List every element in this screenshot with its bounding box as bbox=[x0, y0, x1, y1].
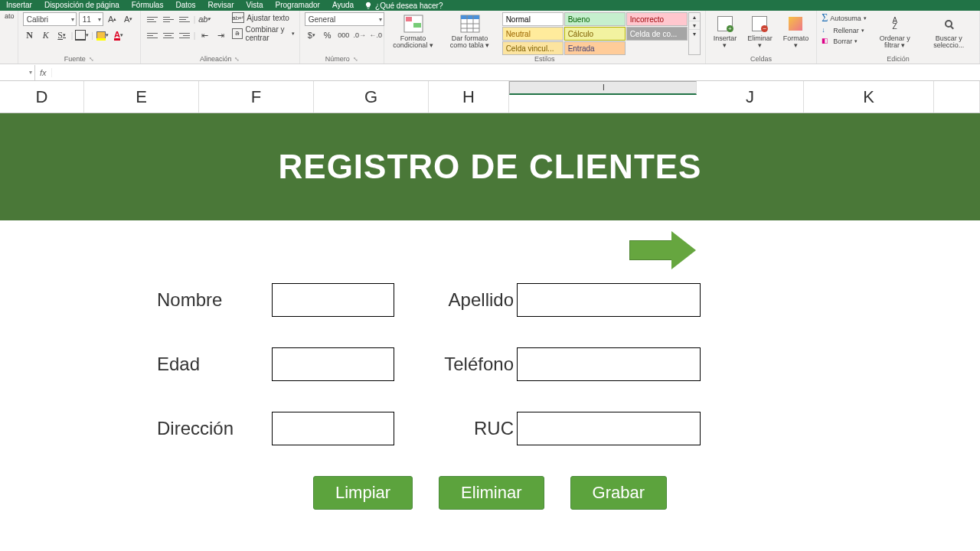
increase-font-icon[interactable]: A▴ bbox=[106, 12, 119, 26]
find-icon bbox=[938, 14, 959, 34]
font-name-select[interactable]: Calibri▾ bbox=[23, 12, 77, 26]
decrease-indent-icon[interactable]: ⇤ bbox=[198, 28, 211, 42]
gallery-down-icon[interactable]: ▾ bbox=[689, 21, 700, 30]
style-calculo[interactable]: Cálculo bbox=[564, 27, 626, 41]
tab-revisar[interactable]: Revisar bbox=[202, 0, 240, 11]
format-cells-icon bbox=[785, 14, 806, 34]
col-K[interactable]: K bbox=[804, 81, 934, 112]
tell-me[interactable]: ¿Qué desea hacer? bbox=[364, 2, 443, 10]
format-as-table-button[interactable]: Dar formato como tabla ▾ bbox=[443, 12, 498, 51]
limpiar-button[interactable]: Limpiar bbox=[313, 476, 413, 510]
align-bottom-icon[interactable] bbox=[178, 12, 191, 26]
style-neutral[interactable]: Neutral bbox=[502, 27, 564, 41]
ribbon-group-styles: Formato condicional ▾ Dar formato como t… bbox=[384, 11, 706, 64]
input-telefono[interactable] bbox=[517, 347, 701, 381]
style-bueno[interactable]: Bueno bbox=[564, 12, 626, 26]
tab-programador[interactable]: Programador bbox=[270, 0, 326, 11]
wrap-text-icon bbox=[232, 12, 244, 23]
gallery-up-icon[interactable]: ▴ bbox=[689, 13, 700, 21]
ribbon: ato Calibri▾ 11▾ A▴ A▾ N K S▾ | ▾ | bbox=[0, 11, 980, 64]
underline-button[interactable]: S▾ bbox=[55, 28, 69, 42]
bold-button[interactable]: N bbox=[23, 28, 37, 42]
orientation-icon[interactable]: ab▾ bbox=[198, 12, 211, 26]
cell-styles-gallery: Normal Bueno Incorrecto Neutral Cálculo … bbox=[502, 12, 688, 55]
fill-color-button[interactable]: ▾ bbox=[96, 28, 109, 42]
input-ruc[interactable] bbox=[517, 412, 701, 445]
fill-button[interactable]: ↓Rellenar ▾ bbox=[822, 26, 867, 35]
col-I[interactable]: I bbox=[509, 81, 697, 95]
sigma-icon: Σ bbox=[822, 12, 828, 24]
cells-group-label: Celdas bbox=[750, 55, 772, 63]
fill-down-icon: ↓ bbox=[822, 26, 831, 35]
number-dialog-launcher-icon[interactable]: ⤡ bbox=[353, 56, 358, 63]
currency-icon[interactable]: $▾ bbox=[305, 28, 318, 42]
sort-filter-button[interactable]: AZ Ordenar y filtrar ▾ bbox=[871, 12, 919, 51]
font-dialog-launcher-icon[interactable]: ⤡ bbox=[89, 56, 94, 63]
border-button[interactable]: ▾ bbox=[75, 28, 89, 42]
input-direccion[interactable] bbox=[272, 412, 394, 445]
tab-formulas[interactable]: Fórmulas bbox=[126, 0, 170, 11]
conditional-format-button[interactable]: Formato condicional ▾ bbox=[389, 12, 438, 51]
number-format-select[interactable]: General▾ bbox=[305, 12, 384, 26]
decrease-font-icon[interactable]: A▾ bbox=[122, 12, 136, 26]
style-vincul[interactable]: Celda vincul... bbox=[502, 41, 564, 55]
font-size-select[interactable]: 11▾ bbox=[79, 12, 103, 26]
increase-decimal-icon[interactable]: .0→ bbox=[353, 28, 367, 42]
conditional-format-icon bbox=[403, 14, 424, 34]
col-F[interactable]: F bbox=[199, 81, 314, 112]
gallery-more-icon[interactable]: ▾ bbox=[689, 30, 700, 38]
tab-disposicion[interactable]: Disposición de página bbox=[38, 0, 126, 11]
tab-vista[interactable]: Vista bbox=[240, 0, 269, 11]
decrease-decimal-icon[interactable]: ←.0 bbox=[369, 28, 383, 42]
eliminar-button[interactable]: Eliminar bbox=[439, 476, 544, 510]
tab-insertar[interactable]: Insertar bbox=[0, 0, 38, 11]
style-normal[interactable]: Normal bbox=[502, 12, 564, 26]
merge-center-button[interactable]: Combinar y centrar ▾ bbox=[232, 25, 294, 42]
ribbon-group-font: Calibri▾ 11▾ A▴ A▾ N K S▾ | ▾ | ▾ A▾ Fue… bbox=[18, 11, 141, 64]
next-arrow-button[interactable] bbox=[629, 231, 697, 269]
increase-indent-icon[interactable]: ⇥ bbox=[214, 28, 227, 42]
col-H[interactable]: H bbox=[429, 81, 509, 112]
grabar-button[interactable]: Grabar bbox=[570, 476, 667, 510]
lightbulb-icon bbox=[364, 2, 372, 9]
thousands-icon[interactable]: 000 bbox=[337, 28, 351, 42]
clear-button[interactable]: ◧Borrar ▾ bbox=[822, 37, 867, 46]
font-color-button[interactable]: A▾ bbox=[112, 28, 126, 42]
style-entrada[interactable]: Entrada bbox=[564, 41, 626, 55]
col-G[interactable]: G bbox=[314, 81, 429, 112]
table-icon bbox=[459, 14, 481, 34]
align-center-icon[interactable] bbox=[162, 28, 175, 42]
input-edad[interactable] bbox=[272, 347, 394, 381]
style-incorrecto[interactable]: Incorrecto bbox=[626, 12, 688, 26]
input-nombre[interactable] bbox=[272, 283, 394, 317]
italic-button[interactable]: K bbox=[39, 28, 53, 42]
wrap-text-button[interactable]: Ajustar texto bbox=[232, 12, 294, 23]
tab-datos[interactable]: Datos bbox=[169, 0, 201, 11]
style-celda[interactable]: Celda de co... bbox=[626, 27, 688, 41]
delete-cells-button[interactable]: Eliminar▾ bbox=[744, 12, 776, 51]
formula-bar: ▾ fx bbox=[0, 64, 980, 81]
number-group-label: Número bbox=[325, 55, 350, 63]
col-E[interactable]: E bbox=[84, 81, 199, 112]
autosum-button[interactable]: ΣAutosuma ▾ bbox=[822, 12, 867, 24]
align-left-icon[interactable] bbox=[145, 28, 159, 42]
fx-button[interactable]: fx bbox=[35, 68, 52, 77]
align-right-icon[interactable] bbox=[178, 28, 191, 42]
find-select-button[interactable]: Buscar y seleccio... bbox=[923, 12, 975, 51]
svg-rect-2 bbox=[413, 23, 421, 28]
align-middle-icon[interactable] bbox=[162, 12, 175, 26]
input-apellido[interactable] bbox=[517, 283, 701, 317]
col-J[interactable]: J bbox=[697, 81, 804, 112]
svg-rect-1 bbox=[406, 17, 412, 21]
tab-ayuda[interactable]: Ayuda bbox=[326, 0, 360, 11]
label-edad: Edad bbox=[157, 354, 272, 375]
percent-icon[interactable]: % bbox=[321, 28, 335, 42]
column-headers: D E F G H I J K bbox=[0, 81, 980, 113]
ribbon-group-editing: ΣAutosuma ▾ ↓Rellenar ▾ ◧Borrar ▾ AZ Ord… bbox=[817, 11, 980, 64]
align-top-icon[interactable] bbox=[145, 12, 159, 26]
col-D[interactable]: D bbox=[0, 81, 84, 112]
name-box[interactable]: ▾ bbox=[0, 65, 35, 80]
alignment-dialog-launcher-icon[interactable]: ⤡ bbox=[234, 56, 240, 63]
insert-cells-button[interactable]: Insertar▾ bbox=[710, 12, 740, 51]
format-cells-button[interactable]: Formato▾ bbox=[780, 12, 812, 51]
